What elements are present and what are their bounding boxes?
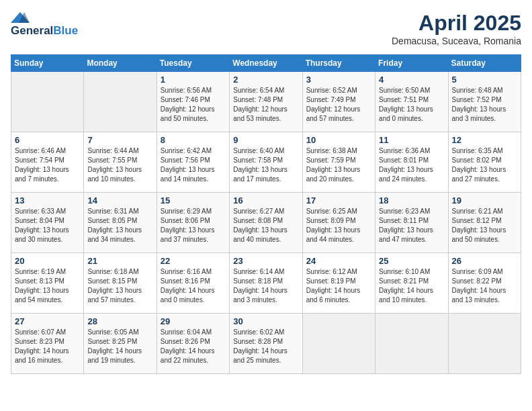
calendar-cell: 11Sunrise: 6:36 AM Sunset: 8:01 PM Dayli… (375, 132, 448, 193)
day-info: Sunrise: 6:04 AM Sunset: 8:26 PM Dayligh… (161, 328, 226, 365)
calendar-cell (302, 314, 375, 374)
calendar-cell: 16Sunrise: 6:27 AM Sunset: 8:08 PM Dayli… (230, 193, 302, 253)
calendar-cell: 10Sunrise: 6:38 AM Sunset: 7:59 PM Dayli… (302, 132, 375, 193)
day-number: 5 (452, 75, 517, 85)
page-header: General Blue April 2025 Demacusa, Suceav… (11, 11, 521, 46)
day-number: 23 (233, 256, 298, 266)
calendar-cell: 26Sunrise: 6:09 AM Sunset: 8:22 PM Dayli… (448, 253, 521, 314)
day-info: Sunrise: 6:36 AM Sunset: 8:01 PM Dayligh… (379, 146, 444, 184)
calendar-cell: 7Sunrise: 6:44 AM Sunset: 7:55 PM Daylig… (84, 132, 157, 193)
day-number: 18 (379, 195, 444, 205)
column-header-thursday: Thursday (302, 55, 375, 72)
day-number: 26 (452, 256, 517, 266)
day-number: 25 (379, 256, 444, 266)
calendar-cell: 9Sunrise: 6:40 AM Sunset: 7:58 PM Daylig… (230, 132, 302, 193)
day-number: 22 (161, 256, 226, 266)
calendar-cell: 28Sunrise: 6:05 AM Sunset: 8:25 PM Dayli… (84, 314, 157, 374)
logo-general: General (11, 24, 53, 38)
calendar-cell: 14Sunrise: 6:31 AM Sunset: 8:05 PM Dayli… (84, 193, 157, 253)
day-info: Sunrise: 6:48 AM Sunset: 7:52 PM Dayligh… (452, 86, 517, 124)
day-number: 3 (306, 75, 371, 85)
calendar-cell: 23Sunrise: 6:14 AM Sunset: 8:18 PM Dayli… (230, 253, 302, 314)
calendar-cell: 13Sunrise: 6:33 AM Sunset: 8:04 PM Dayli… (11, 193, 84, 253)
day-info: Sunrise: 6:19 AM Sunset: 8:13 PM Dayligh… (15, 267, 80, 305)
day-info: Sunrise: 6:02 AM Sunset: 8:28 PM Dayligh… (233, 328, 298, 365)
column-header-saturday: Saturday (448, 55, 521, 72)
calendar-cell (375, 314, 448, 374)
day-info: Sunrise: 6:14 AM Sunset: 8:18 PM Dayligh… (233, 267, 298, 305)
day-number: 27 (15, 316, 80, 326)
calendar-cell: 27Sunrise: 6:07 AM Sunset: 8:23 PM Dayli… (11, 314, 84, 374)
day-number: 16 (233, 195, 298, 205)
day-info: Sunrise: 6:18 AM Sunset: 8:15 PM Dayligh… (87, 267, 152, 305)
day-info: Sunrise: 6:29 AM Sunset: 8:06 PM Dayligh… (161, 207, 226, 244)
day-number: 13 (15, 195, 80, 205)
calendar-cell: 29Sunrise: 6:04 AM Sunset: 8:26 PM Dayli… (157, 314, 229, 374)
calendar-cell: 4Sunrise: 6:50 AM Sunset: 7:51 PM Daylig… (375, 72, 448, 132)
day-info: Sunrise: 6:27 AM Sunset: 8:08 PM Dayligh… (233, 207, 298, 244)
day-info: Sunrise: 6:44 AM Sunset: 7:55 PM Dayligh… (87, 146, 152, 184)
calendar-cell: 5Sunrise: 6:48 AM Sunset: 7:52 PM Daylig… (448, 72, 521, 132)
calendar-cell (84, 72, 157, 132)
week-row-3: 13Sunrise: 6:33 AM Sunset: 8:04 PM Dayli… (11, 193, 521, 253)
location-subtitle: Demacusa, Suceava, Romania (392, 36, 521, 46)
day-info: Sunrise: 6:52 AM Sunset: 7:49 PM Dayligh… (306, 86, 371, 124)
calendar-cell (448, 314, 521, 374)
calendar-cell: 22Sunrise: 6:16 AM Sunset: 8:16 PM Dayli… (157, 253, 229, 314)
day-number: 8 (161, 135, 226, 145)
day-number: 1 (161, 75, 226, 85)
calendar-cell: 21Sunrise: 6:18 AM Sunset: 8:15 PM Dayli… (84, 253, 157, 314)
day-info: Sunrise: 6:50 AM Sunset: 7:51 PM Dayligh… (379, 86, 444, 124)
calendar-table: SundayMondayTuesdayWednesdayThursdayFrid… (11, 54, 521, 374)
logo: General Blue (11, 11, 78, 38)
day-info: Sunrise: 6:25 AM Sunset: 8:09 PM Dayligh… (306, 207, 371, 244)
day-info: Sunrise: 6:21 AM Sunset: 8:12 PM Dayligh… (452, 207, 517, 244)
calendar-cell: 3Sunrise: 6:52 AM Sunset: 7:49 PM Daylig… (302, 72, 375, 132)
week-row-2: 6Sunrise: 6:46 AM Sunset: 7:54 PM Daylig… (11, 132, 521, 193)
day-info: Sunrise: 6:46 AM Sunset: 7:54 PM Dayligh… (15, 146, 80, 184)
day-info: Sunrise: 6:09 AM Sunset: 8:22 PM Dayligh… (452, 267, 517, 305)
day-number: 17 (306, 195, 371, 205)
day-number: 15 (161, 195, 226, 205)
day-number: 30 (233, 316, 298, 326)
week-row-4: 20Sunrise: 6:19 AM Sunset: 8:13 PM Dayli… (11, 253, 521, 314)
day-info: Sunrise: 6:23 AM Sunset: 8:11 PM Dayligh… (379, 207, 444, 244)
calendar-cell: 20Sunrise: 6:19 AM Sunset: 8:13 PM Dayli… (11, 253, 84, 314)
header-row: SundayMondayTuesdayWednesdayThursdayFrid… (11, 55, 521, 72)
day-info: Sunrise: 6:42 AM Sunset: 7:56 PM Dayligh… (161, 146, 226, 184)
month-title: April 2025 (392, 11, 521, 36)
calendar-cell: 18Sunrise: 6:23 AM Sunset: 8:11 PM Dayli… (375, 193, 448, 253)
day-number: 29 (161, 316, 226, 326)
day-number: 21 (87, 256, 152, 266)
calendar-cell: 30Sunrise: 6:02 AM Sunset: 8:28 PM Dayli… (230, 314, 302, 374)
day-info: Sunrise: 6:16 AM Sunset: 8:16 PM Dayligh… (161, 267, 226, 305)
day-number: 19 (452, 195, 517, 205)
calendar-cell: 19Sunrise: 6:21 AM Sunset: 8:12 PM Dayli… (448, 193, 521, 253)
title-block: April 2025 Demacusa, Suceava, Romania (392, 11, 521, 46)
day-info: Sunrise: 6:33 AM Sunset: 8:04 PM Dayligh… (15, 207, 80, 244)
day-number: 20 (15, 256, 80, 266)
week-row-1: 1Sunrise: 6:56 AM Sunset: 7:46 PM Daylig… (11, 72, 521, 132)
calendar-cell: 6Sunrise: 6:46 AM Sunset: 7:54 PM Daylig… (11, 132, 84, 193)
day-number: 10 (306, 135, 371, 145)
day-info: Sunrise: 6:35 AM Sunset: 8:02 PM Dayligh… (452, 146, 517, 184)
column-header-sunday: Sunday (11, 55, 84, 72)
calendar-cell: 15Sunrise: 6:29 AM Sunset: 8:06 PM Dayli… (157, 193, 229, 253)
calendar-cell: 8Sunrise: 6:42 AM Sunset: 7:56 PM Daylig… (157, 132, 229, 193)
day-number: 28 (87, 316, 152, 326)
calendar-cell (11, 72, 84, 132)
day-info: Sunrise: 6:40 AM Sunset: 7:58 PM Dayligh… (233, 146, 298, 184)
calendar-cell: 25Sunrise: 6:10 AM Sunset: 8:21 PM Dayli… (375, 253, 448, 314)
day-number: 9 (233, 135, 298, 145)
calendar-cell: 12Sunrise: 6:35 AM Sunset: 8:02 PM Dayli… (448, 132, 521, 193)
day-info: Sunrise: 6:54 AM Sunset: 7:48 PM Dayligh… (233, 86, 298, 124)
calendar-cell: 24Sunrise: 6:12 AM Sunset: 8:19 PM Dayli… (302, 253, 375, 314)
column-header-friday: Friday (375, 55, 448, 72)
day-number: 4 (379, 75, 444, 85)
day-number: 11 (379, 135, 444, 145)
day-number: 14 (87, 195, 152, 205)
day-number: 7 (87, 135, 152, 145)
day-info: Sunrise: 6:10 AM Sunset: 8:21 PM Dayligh… (379, 267, 444, 305)
day-info: Sunrise: 6:31 AM Sunset: 8:05 PM Dayligh… (87, 207, 152, 244)
calendar-cell: 17Sunrise: 6:25 AM Sunset: 8:09 PM Dayli… (302, 193, 375, 253)
